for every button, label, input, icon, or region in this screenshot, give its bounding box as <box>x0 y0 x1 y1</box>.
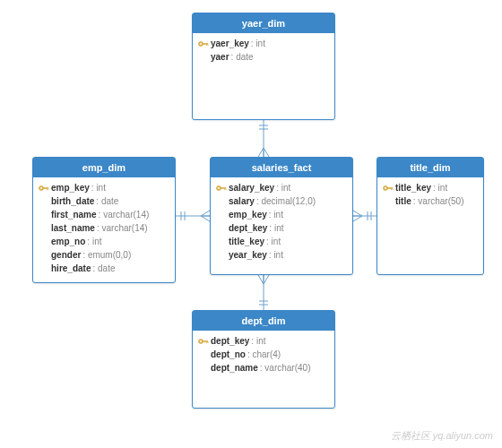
column-row: dept_no: char(4) <box>198 348 329 361</box>
column-type: : date <box>231 52 254 62</box>
svg-line-12 <box>353 216 362 221</box>
column-row: year_key: int <box>216 248 347 262</box>
column-type: : int <box>433 183 447 193</box>
key-cell <box>383 184 395 193</box>
table-yaer_dim[interactable]: yaer_dimyaer_key: intyaer: date <box>192 13 335 120</box>
column-name: yaer_key <box>211 39 249 48</box>
column-name: hire_date <box>51 263 91 273</box>
column-type: : int <box>276 183 290 193</box>
column-name: year_key <box>229 250 267 260</box>
column-name: salary_key <box>229 183 274 193</box>
column-row: last_name: varchar(14) <box>39 221 169 235</box>
column-name: emp_no <box>51 237 85 246</box>
column-name: last_name <box>51 223 95 233</box>
column-type: : date <box>96 196 118 206</box>
svg-point-26 <box>40 187 42 189</box>
svg-rect-28 <box>47 188 48 190</box>
table-header: dept_dim <box>193 311 334 331</box>
key-icon <box>198 39 209 48</box>
column-name: title_key <box>229 237 264 246</box>
svg-point-41 <box>200 340 202 342</box>
column-type: : varchar(14) <box>97 223 148 233</box>
svg-point-21 <box>200 43 202 45</box>
column-name: dept_name <box>211 363 258 373</box>
column-name: yaer <box>211 52 229 62</box>
column-row: dept_name: varchar(40) <box>198 361 329 375</box>
column-row: title_key: int <box>383 181 478 194</box>
column-row: birth_date: date <box>39 194 169 208</box>
svg-point-31 <box>218 187 220 189</box>
column-type: : int <box>269 223 283 233</box>
column-type: : varchar(50) <box>413 196 464 206</box>
column-row: gender: emum(0,0) <box>39 248 169 262</box>
svg-rect-42 <box>203 340 208 342</box>
column-type: : date <box>92 263 115 273</box>
column-row: salary_key: int <box>216 181 347 194</box>
key-cell <box>198 337 211 346</box>
table-header: yaer_dim <box>193 13 334 33</box>
svg-rect-33 <box>224 188 225 190</box>
table-header: salaries_fact <box>211 158 352 177</box>
column-type: : decimal(12,0) <box>256 196 316 206</box>
column-type: : int <box>266 237 281 246</box>
table-body: yaer_key: intyaer: date <box>193 33 334 71</box>
svg-line-18 <box>264 275 269 284</box>
svg-rect-39 <box>393 188 394 190</box>
table-dept_dim[interactable]: dept_dimdept_key: intdept_no: char(4)dep… <box>192 310 335 409</box>
key-icon <box>383 184 394 193</box>
table-body: salary_key: intsalary: decimal(12,0)emp_… <box>211 177 352 269</box>
erd-canvas: { "watermark": "云栖社区 yq.aliyun.com", "ta… <box>0 0 502 448</box>
svg-point-36 <box>385 187 386 189</box>
column-row: salary: decimal(12,0) <box>216 194 347 208</box>
svg-rect-44 <box>208 341 209 343</box>
column-row: yaer: date <box>198 50 329 64</box>
table-body: emp_key: intbirth_date: datefirst_name: … <box>33 177 175 282</box>
svg-line-17 <box>258 275 264 284</box>
column-name: title <box>395 196 411 206</box>
table-body: dept_key: intdept_no: char(4)dept_name: … <box>193 331 334 382</box>
column-type: : int <box>269 210 283 220</box>
svg-line-3 <box>258 148 264 157</box>
column-name: dept_key <box>229 223 267 233</box>
column-row: emp_key: int <box>39 181 169 194</box>
column-type: : int <box>269 250 283 260</box>
column-name: first_name <box>51 210 97 220</box>
column-name: salary <box>229 196 255 206</box>
svg-rect-24 <box>208 44 209 46</box>
column-type: : varchar(40) <box>260 363 311 373</box>
watermark: 云栖社区 yq.aliyun.com <box>391 429 493 443</box>
column-row: title_key: int <box>216 235 347 248</box>
column-type: : int <box>251 39 265 48</box>
column-type: : emum(0,0) <box>82 250 131 260</box>
svg-line-7 <box>201 211 210 216</box>
column-type: : int <box>87 237 101 246</box>
svg-rect-22 <box>203 43 208 45</box>
svg-rect-29 <box>48 188 49 190</box>
column-row: dept_key: int <box>216 221 347 235</box>
column-row: first_name: varchar(14) <box>39 208 169 221</box>
svg-rect-43 <box>206 341 207 343</box>
column-type: : int <box>251 336 265 346</box>
column-row: hire_date: date <box>39 262 169 275</box>
table-salaries_fact[interactable]: salaries_factsalary_key: intsalary: deci… <box>210 157 353 275</box>
table-header: title_dim <box>377 158 483 177</box>
table-body: title_key: inttitle: varchar(50) <box>377 177 483 215</box>
column-row: emp_key: int <box>216 208 347 221</box>
key-icon <box>216 184 227 193</box>
column-name: emp_key <box>51 183 90 193</box>
column-type: : char(4) <box>247 349 281 359</box>
column-name: dept_key <box>211 336 249 346</box>
svg-rect-32 <box>221 187 226 189</box>
table-title_dim[interactable]: title_dimtitle_key: inttitle: varchar(50… <box>376 157 484 275</box>
column-name: title_key <box>395 183 431 193</box>
svg-rect-38 <box>391 188 392 190</box>
column-type: : varchar(14) <box>99 210 150 220</box>
table-emp_dim[interactable]: emp_dimemp_key: intbirth_date: datefirst… <box>32 157 176 283</box>
column-name: emp_key <box>229 210 267 220</box>
column-row: title: varchar(50) <box>383 194 478 208</box>
svg-rect-23 <box>206 44 207 46</box>
column-name: gender <box>51 250 81 260</box>
svg-rect-34 <box>226 188 227 190</box>
column-row: emp_no: int <box>39 235 169 248</box>
column-type: : int <box>91 183 106 193</box>
